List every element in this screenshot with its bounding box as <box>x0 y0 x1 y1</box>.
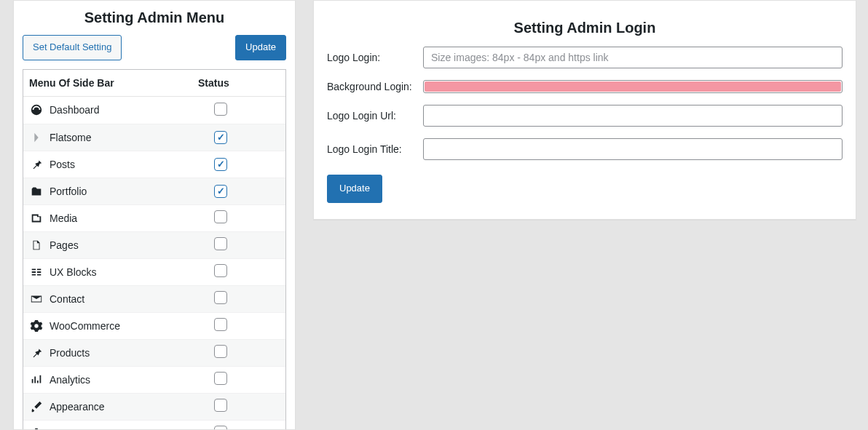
label-logo-login: Logo Login: <box>327 52 414 63</box>
mail-icon <box>29 292 44 306</box>
menu-item-label: Contact <box>50 293 84 305</box>
status-checkbox[interactable] <box>214 399 227 412</box>
brush-icon <box>29 399 44 414</box>
color-swatch <box>425 81 841 92</box>
status-checkbox[interactable] <box>214 210 227 223</box>
status-checkbox[interactable] <box>214 185 227 198</box>
menu-item: Plugins <box>29 426 192 430</box>
menu-item: Media <box>29 211 192 226</box>
menu-item-label: WooCommerce <box>50 320 120 332</box>
status-checkbox[interactable] <box>214 131 227 144</box>
status-checkbox[interactable] <box>214 345 227 358</box>
table-row: Products <box>23 339 285 366</box>
table-row: Media <box>23 204 285 231</box>
row-logo-login-title: Logo Login Title: <box>327 138 843 160</box>
status-checkbox[interactable] <box>214 158 227 171</box>
status-checkbox[interactable] <box>214 291 227 304</box>
table-row: Dashboard <box>23 97 285 124</box>
status-checkbox[interactable] <box>214 103 227 116</box>
sidebar-menu-table: Menu Of Side Bar Status DashboardFlatsom… <box>23 69 286 430</box>
row-background-login: Background Login: <box>327 80 843 93</box>
logo-login-url-input[interactable] <box>423 105 843 127</box>
set-default-button[interactable]: Set Default Setting <box>23 35 122 60</box>
table-row: Appearance <box>23 393 285 420</box>
label-logo-login-url: Logo Login Url: <box>327 110 414 122</box>
update-menu-button[interactable]: Update <box>235 35 286 60</box>
menu-item-label: Dashboard <box>50 104 100 116</box>
menu-item: Portfolio <box>29 184 192 199</box>
table-row: Posts <box>23 151 285 178</box>
status-checkbox[interactable] <box>214 237 227 250</box>
table-row: Analytics <box>23 366 285 393</box>
menu-item: Posts <box>29 157 192 172</box>
menu-item: UX Blocks <box>29 265 192 279</box>
media-icon <box>29 211 44 226</box>
pin-icon <box>29 157 44 172</box>
status-checkbox[interactable] <box>214 264 227 277</box>
table-row: Plugins <box>23 420 285 430</box>
gear-icon <box>29 319 44 333</box>
blocks-icon <box>29 265 44 279</box>
menu-item: Contact <box>29 292 192 306</box>
menu-item: Products <box>29 346 192 360</box>
status-checkbox[interactable] <box>214 426 227 430</box>
flatsome-icon <box>29 130 44 145</box>
setting-admin-login-panel: Setting Admin Login Logo Login: Backgrou… <box>313 0 856 220</box>
menu-item-label: Pages <box>50 239 79 251</box>
table-row: Flatsome <box>23 124 285 151</box>
setting-admin-menu-panel: Setting Admin Menu Set Default Setting U… <box>13 0 296 430</box>
row-logo-login: Logo Login: <box>327 47 843 68</box>
background-login-color-input[interactable] <box>423 80 843 93</box>
table-row: Pages <box>23 231 285 258</box>
pages-icon <box>29 238 44 252</box>
th-status: Status <box>198 70 285 97</box>
table-row: WooCommerce <box>23 312 285 339</box>
menu-item-label: Analytics <box>50 374 90 386</box>
status-checkbox[interactable] <box>214 318 227 331</box>
menu-item: Dashboard <box>29 103 192 117</box>
plug-icon <box>29 426 44 430</box>
menu-item-label: Portfolio <box>50 186 87 197</box>
menu-item-label: UX Blocks <box>50 266 97 278</box>
menu-item: Appearance <box>29 399 192 414</box>
label-background-login: Background Login: <box>327 81 414 92</box>
menu-item-label: Posts <box>50 159 75 170</box>
analytics-icon <box>29 373 44 387</box>
status-checkbox[interactable] <box>214 372 227 385</box>
logo-login-title-input[interactable] <box>423 138 843 160</box>
menu-item-label: Media <box>50 212 77 224</box>
menu-item: WooCommerce <box>29 319 192 333</box>
menu-item-label: Flatsome <box>50 132 92 143</box>
row-logo-login-url: Logo Login Url: <box>327 105 843 127</box>
table-row: Portfolio <box>23 178 285 204</box>
logo-login-input[interactable] <box>423 47 843 68</box>
update-login-button[interactable]: Update <box>327 175 382 203</box>
menu-toolbar: Set Default Setting Update <box>14 35 295 69</box>
menu-item-label: Appearance <box>50 401 105 413</box>
pin-icon <box>29 346 44 360</box>
portfolio-icon <box>29 184 44 199</box>
panel-title-menu: Setting Admin Menu <box>14 1 295 35</box>
menu-item: Flatsome <box>29 130 192 145</box>
dashboard-icon <box>29 103 44 117</box>
menu-item-label: Products <box>50 347 90 359</box>
panel-title-login: Setting Admin Login <box>327 11 843 47</box>
menu-item: Analytics <box>29 373 192 387</box>
th-menu: Menu Of Side Bar <box>23 70 198 97</box>
table-row: UX Blocks <box>23 258 285 285</box>
label-logo-login-title: Logo Login Title: <box>327 143 414 155</box>
table-row: Contact <box>23 285 285 312</box>
menu-item: Pages <box>29 238 192 252</box>
